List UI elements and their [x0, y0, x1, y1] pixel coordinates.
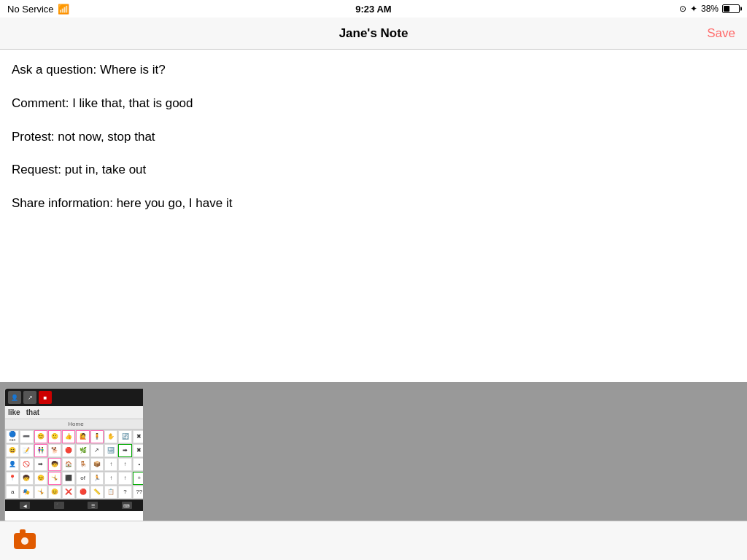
- aac-cell[interactable]: 📦: [90, 458, 104, 471]
- aac-cell[interactable]: 👤: [6, 458, 19, 471]
- battery-fill: [724, 6, 729, 12]
- aac-keyboard-btn[interactable]: ⌨: [122, 502, 132, 509]
- aac-cell[interactable]: ↑: [118, 458, 131, 471]
- no-service-text: No Service: [7, 4, 54, 15]
- wifi-icon: 📶: [58, 4, 69, 15]
- aac-widget[interactable]: 👤 ↗ ■ like that Home 🔵can ➖ 😊 🙂 👍 🙋 🧍 ✋ …: [4, 388, 147, 523]
- aac-arrow-icon: ↗: [23, 391, 36, 404]
- aac-cell[interactable]: 🙋: [76, 430, 89, 443]
- aac-cell[interactable]: ➡: [34, 458, 47, 471]
- aac-cell[interactable]: 📏: [90, 486, 104, 499]
- aac-cell[interactable]: 🏠: [62, 458, 75, 471]
- aac-cell[interactable]: ⬛: [62, 472, 75, 485]
- camera-button[interactable]: [12, 528, 38, 554]
- aac-cell[interactable]: 🔴: [62, 444, 75, 457]
- nav-bar: Jane's Note Save: [0, 18, 747, 50]
- aac-cell[interactable]: 🐕: [48, 444, 61, 457]
- aac-home-label: Home: [68, 421, 83, 427]
- aac-home-bar[interactable]: Home: [5, 419, 147, 429]
- aac-cell[interactable]: 😊: [48, 486, 61, 499]
- nav-title: Jane's Note: [339, 26, 409, 41]
- note-line-4: Request: put in, take out: [12, 161, 735, 179]
- aac-cell[interactable]: of: [76, 472, 89, 485]
- main-content: Ask a question: Where is it? Comment: I …: [0, 50, 747, 378]
- status-right: ⊙ ✦ 38%: [679, 4, 740, 14]
- aac-cell[interactable]: 🎭: [20, 486, 33, 499]
- aac-cell[interactable]: ↑: [118, 472, 131, 485]
- aac-grid: 🔵can ➖ 😊 🙂 👍 🙋 🧍 ✋ 🔄 ✖ 😄 📝 👫 🐕 🔴 🌿 ↗ 🔙 ➡…: [5, 429, 147, 499]
- aac-word-like: like: [8, 408, 20, 416]
- aac-cell[interactable]: ➡: [118, 444, 131, 457]
- aac-cell[interactable]: ?: [118, 486, 131, 499]
- screen-mirror-icon: ⊙: [679, 4, 686, 14]
- aac-cell[interactable]: 🔴: [76, 486, 89, 499]
- camera-icon: [14, 533, 36, 549]
- aac-cell[interactable]: ↑: [104, 458, 117, 471]
- note-line-2: Comment: I like that, that is good: [12, 95, 735, 112]
- aac-cell[interactable]: 🏃: [90, 472, 104, 485]
- aac-cell[interactable]: 🔙: [104, 444, 117, 457]
- aac-cell[interactable]: 🌿: [76, 444, 89, 457]
- aac-home-btn[interactable]: ⬛: [54, 502, 64, 509]
- aac-cell[interactable]: 🔵can: [6, 430, 19, 443]
- aac-person-icon: 👤: [8, 391, 21, 404]
- content-area: Ask a question: Where is it? Comment: I …: [0, 50, 747, 378]
- aac-cell[interactable]: 😄: [6, 444, 19, 457]
- battery-percent: 38%: [701, 4, 719, 14]
- bluetooth-icon: ✦: [690, 4, 697, 14]
- bottom-toolbar: [0, 521, 747, 560]
- note-line-1: Ask a question: Where is it?: [12, 61, 735, 79]
- aac-cell[interactable]: ❌: [62, 486, 75, 499]
- aac-cell[interactable]: ➖: [20, 430, 33, 443]
- aac-cell[interactable]: ↗: [90, 444, 104, 457]
- save-button[interactable]: Save: [707, 26, 735, 41]
- aac-back-btn[interactable]: ◀: [20, 502, 30, 509]
- aac-cell[interactable]: 🙂: [48, 430, 61, 443]
- aac-cell[interactable]: 🧒: [20, 472, 33, 485]
- aac-cell[interactable]: ↑: [104, 472, 117, 485]
- aac-cell[interactable]: 👍: [62, 430, 75, 443]
- aac-cell[interactable]: 🪑: [76, 458, 89, 471]
- aac-cell[interactable]: 🧒: [48, 458, 61, 471]
- note-line-5: Share information: here you go, I have i…: [12, 195, 735, 212]
- aac-cell[interactable]: 📋: [104, 486, 117, 499]
- aac-cell[interactable]: 🤸: [34, 486, 47, 499]
- aac-cell[interactable]: ✋: [104, 430, 117, 443]
- aac-top-bar: 👤 ↗ ■: [5, 389, 147, 406]
- aac-cell[interactable]: 😊: [34, 430, 47, 443]
- status-left: No Service 📶: [7, 4, 69, 15]
- aac-cell[interactable]: 📝: [20, 444, 33, 457]
- gray-area: [143, 382, 747, 521]
- aac-cell[interactable]: 📍: [6, 472, 19, 485]
- aac-cell[interactable]: 👫: [34, 444, 47, 457]
- aac-cell[interactable]: 🤸: [48, 472, 61, 485]
- battery-box: [722, 4, 740, 13]
- status-time: 9:23 AM: [355, 4, 391, 15]
- aac-cell[interactable]: 🔄: [118, 430, 131, 443]
- aac-bottom-bar: ◀ ⬛ ☰ ⌨: [5, 499, 147, 511]
- aac-red-icon: ■: [39, 391, 52, 404]
- aac-menu-btn[interactable]: ☰: [88, 502, 98, 509]
- aac-cell[interactable]: 🧍: [90, 430, 104, 443]
- aac-cell[interactable]: a: [6, 486, 19, 499]
- aac-icon-area: 👤 ↗ ■: [8, 391, 52, 404]
- status-bar: No Service 📶 9:23 AM ⊙ ✦ 38%: [0, 0, 747, 18]
- aac-word-that: that: [26, 408, 39, 416]
- aac-cell[interactable]: 😊: [34, 472, 47, 485]
- note-line-3: Protest: not now, stop that: [12, 128, 735, 146]
- aac-cell[interactable]: 🚫: [20, 458, 33, 471]
- aac-word-bar: like that: [5, 406, 147, 419]
- battery-indicator: [722, 4, 740, 13]
